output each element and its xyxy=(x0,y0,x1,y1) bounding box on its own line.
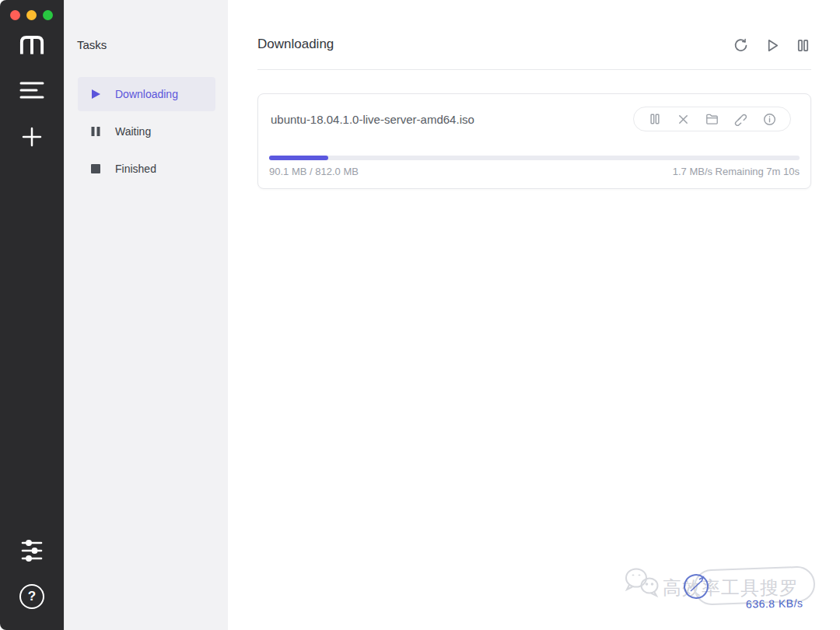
app-window: ? Tasks Downloading Waiting xyxy=(0,0,840,630)
play-icon xyxy=(90,89,101,100)
sidebar-item-label: Finished xyxy=(115,163,156,175)
task-info-button[interactable] xyxy=(755,113,784,126)
refresh-icon xyxy=(733,37,749,54)
sidebar-item-label: Waiting xyxy=(115,125,151,138)
refresh-button[interactable] xyxy=(733,37,749,54)
close-icon xyxy=(677,114,689,125)
watermark: 高效率工具搜罗 636.8 KB/s xyxy=(622,565,815,613)
close-window-button[interactable] xyxy=(10,10,20,20)
menu-icon xyxy=(19,80,44,100)
tasks-sidebar: Tasks Downloading Waiting Finished xyxy=(64,0,228,630)
plus-icon xyxy=(21,126,43,148)
watermark-capsule xyxy=(693,565,816,605)
task-status-nav: Downloading Waiting Finished xyxy=(78,77,215,189)
pause-outline-icon xyxy=(649,113,661,125)
pause-outline-icon xyxy=(795,37,811,54)
sidebar-item-waiting[interactable]: Waiting xyxy=(78,114,215,149)
task-size-text: 90.1 MB / 812.0 MB xyxy=(269,166,359,177)
copy-link-button[interactable] xyxy=(726,113,755,126)
page-title: Downloading xyxy=(257,37,334,52)
pause-task-button[interactable] xyxy=(640,113,669,125)
sidebar-item-finished[interactable]: Finished xyxy=(78,152,215,186)
task-filename: ubuntu-18.04.1.0-live-server-amd64.iso xyxy=(271,113,474,126)
task-action-pill xyxy=(633,107,791,131)
header-divider xyxy=(257,69,811,70)
watermark-doodle-icon xyxy=(681,571,711,602)
app-rail: ? xyxy=(0,0,64,630)
preferences-button[interactable] xyxy=(20,538,44,563)
watermark-speed-text: 636.8 KB/s xyxy=(745,597,803,610)
resume-all-button[interactable] xyxy=(764,37,780,54)
sliders-icon xyxy=(20,538,44,563)
remove-task-button[interactable] xyxy=(669,114,698,125)
stop-icon xyxy=(90,163,101,174)
pause-all-button[interactable] xyxy=(795,37,811,54)
progress-fill xyxy=(269,156,328,160)
progress-bar xyxy=(269,156,800,160)
wechat-icon xyxy=(622,565,663,600)
window-controls xyxy=(10,10,53,20)
download-task-card[interactable]: ubuntu-18.04.1.0-live-server-amd64.iso xyxy=(257,93,811,189)
pause-icon xyxy=(90,126,101,137)
motrix-logo-icon xyxy=(19,34,45,56)
question-icon: ? xyxy=(19,584,44,609)
info-icon xyxy=(763,113,776,126)
minimize-window-button[interactable] xyxy=(26,10,37,20)
open-folder-button[interactable] xyxy=(698,113,726,125)
task-stats: 90.1 MB / 812.0 MB 1.7 MB/s Remaining 7m… xyxy=(269,166,800,177)
watermark-text: 高效率工具搜罗 xyxy=(663,576,799,600)
task-speed-text: 1.7 MB/s Remaining 7m 10s xyxy=(673,166,800,177)
zoom-window-button[interactable] xyxy=(43,10,53,20)
help-button[interactable]: ? xyxy=(19,584,44,609)
tasks-panel-title: Tasks xyxy=(77,38,107,51)
play-outline-icon xyxy=(764,37,780,54)
task-list-button[interactable] xyxy=(19,80,44,100)
main-content: Downloading ubu xyxy=(228,0,840,630)
add-task-button[interactable] xyxy=(21,126,43,148)
folder-icon xyxy=(705,113,719,125)
link-icon xyxy=(734,113,747,126)
header-toolbar xyxy=(733,37,811,54)
sidebar-item-downloading[interactable]: Downloading xyxy=(78,77,215,111)
sidebar-item-label: Downloading xyxy=(115,88,178,100)
